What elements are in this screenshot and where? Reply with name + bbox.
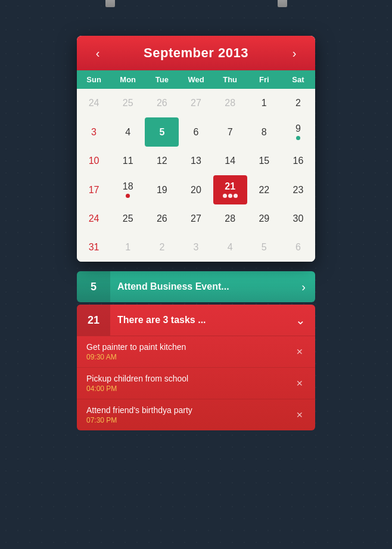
task-item-time: 07:30 PM: [86, 416, 294, 424]
next-month-button[interactable]: ›: [285, 44, 303, 62]
calendar-title: September 2013: [144, 45, 248, 61]
cal-day[interactable]: 22: [247, 175, 281, 204]
calendar-header: ‹ September 2013 ›: [77, 36, 315, 70]
cal-day[interactable]: 5: [247, 233, 281, 262]
task-list: Get painter to paint kitchen 09:30 AM ✕ …: [77, 336, 315, 430]
task-item-content: Pickup children from school 04:00 PM: [86, 374, 294, 393]
task-item-time: 04:00 PM: [86, 384, 294, 393]
pins: [0, 0, 392, 7]
cal-day[interactable]: 4: [213, 233, 247, 262]
cal-day[interactable]: 15: [247, 147, 281, 175]
cal-day[interactable]: 27: [179, 204, 213, 233]
cal-day[interactable]: 10: [77, 147, 111, 175]
event-panel[interactable]: 5 Attend Business Event... ›: [77, 271, 315, 302]
task-close-button[interactable]: ✕: [294, 345, 306, 359]
event-dot: [296, 136, 300, 140]
prev-month-button[interactable]: ‹: [89, 44, 107, 62]
event-dot: [228, 194, 232, 198]
tasks-day-badge: 21: [77, 305, 110, 336]
cal-day[interactable]: 6: [281, 233, 315, 262]
cal-day[interactable]: 25: [111, 89, 145, 117]
calendar-card: ‹ September 2013 › Sun Mon Tue Wed Thu F…: [77, 36, 315, 262]
cal-day[interactable]: 29: [247, 204, 281, 233]
cal-day[interactable]: 2: [281, 89, 315, 117]
day-header-mon: Mon: [111, 70, 145, 89]
event-chevron-icon: ›: [292, 272, 315, 302]
calendar-grid: 24 25 26 27 28 1 2 3 4 5 6 7 8 9 10 11 1…: [77, 89, 315, 262]
cal-day[interactable]: 23: [281, 175, 315, 204]
cal-day-selected[interactable]: 5: [145, 117, 179, 147]
cal-day[interactable]: 14: [213, 147, 247, 175]
day-header-tue: Tue: [145, 70, 179, 89]
cal-day[interactable]: 30: [281, 204, 315, 233]
day-header-sat: Sat: [281, 70, 315, 89]
cal-day[interactable]: 26: [145, 89, 179, 117]
day-headers-row: Sun Mon Tue Wed Thu Fri Sat: [77, 70, 315, 89]
cal-day[interactable]: 9: [281, 117, 315, 147]
calendar-widget: ‹ September 2013 › Sun Mon Tue Wed Thu F…: [77, 36, 315, 430]
cal-day[interactable]: 3: [77, 117, 111, 147]
task-item-title: Pickup children from school: [86, 374, 294, 383]
cal-day[interactable]: 19: [145, 175, 179, 204]
task-item: Pickup children from school 04:00 PM ✕: [77, 368, 315, 399]
day-header-fri: Fri: [247, 70, 281, 89]
cal-day[interactable]: 2: [145, 233, 179, 262]
pin-right: [278, 0, 287, 7]
task-panels: 5 Attend Business Event... › 21 There ar…: [77, 271, 315, 430]
task-item-title: Attend friend's birthdya party: [86, 405, 294, 415]
cal-day[interactable]: 7: [213, 117, 247, 147]
cal-day[interactable]: 24: [77, 89, 111, 117]
tasks-chevron-icon: ⌄: [286, 305, 315, 336]
cal-day[interactable]: 28: [213, 204, 247, 233]
cal-day[interactable]: 4: [111, 117, 145, 147]
cal-day[interactable]: 1: [247, 89, 281, 117]
task-close-button[interactable]: ✕: [294, 376, 306, 390]
cal-day[interactable]: 3: [179, 233, 213, 262]
cal-day[interactable]: 20: [179, 175, 213, 204]
cal-day[interactable]: 26: [145, 204, 179, 233]
cal-day[interactable]: 17: [77, 175, 111, 204]
task-item: Attend friend's birthdya party 07:30 PM …: [77, 399, 315, 430]
cal-day[interactable]: 18: [111, 175, 145, 204]
tasks-panel-header[interactable]: 21 There are 3 tasks ... ⌄: [77, 305, 315, 336]
cal-day[interactable]: 11: [111, 147, 145, 175]
task-item-title: Get painter to paint kitchen: [86, 342, 294, 352]
cal-day[interactable]: 28: [213, 89, 247, 117]
cal-day[interactable]: 13: [179, 147, 213, 175]
day-header-thu: Thu: [213, 70, 247, 89]
cal-day[interactable]: 24: [77, 204, 111, 233]
cal-day[interactable]: 6: [179, 117, 213, 147]
event-label: Attend Business Event...: [110, 273, 292, 300]
task-item-content: Get painter to paint kitchen 09:30 AM: [86, 342, 294, 361]
tasks-panel: 21 There are 3 tasks ... ⌄ Get painter t…: [77, 305, 315, 430]
task-item: Get painter to paint kitchen 09:30 AM ✕: [77, 336, 315, 368]
cal-day[interactable]: 25: [111, 204, 145, 233]
task-item-time: 09:30 AM: [86, 353, 294, 361]
cal-day[interactable]: 31: [77, 233, 111, 262]
day-header-sun: Sun: [77, 70, 111, 89]
event-dot: [126, 194, 130, 198]
cal-day[interactable]: 27: [179, 89, 213, 117]
event-dot: [223, 194, 227, 198]
event-day-badge: 5: [77, 271, 110, 302]
cal-day-event[interactable]: 21: [213, 175, 247, 204]
tasks-label: There are 3 tasks ...: [110, 306, 286, 334]
cal-day[interactable]: 12: [145, 147, 179, 175]
cal-day[interactable]: 16: [281, 147, 315, 175]
pin-left: [105, 0, 115, 7]
event-dot: [234, 194, 238, 198]
cal-day[interactable]: 8: [247, 117, 281, 147]
task-close-button[interactable]: ✕: [294, 408, 306, 422]
day-header-wed: Wed: [179, 70, 213, 89]
task-item-content: Attend friend's birthdya party 07:30 PM: [86, 405, 294, 424]
cal-day[interactable]: 1: [111, 233, 145, 262]
